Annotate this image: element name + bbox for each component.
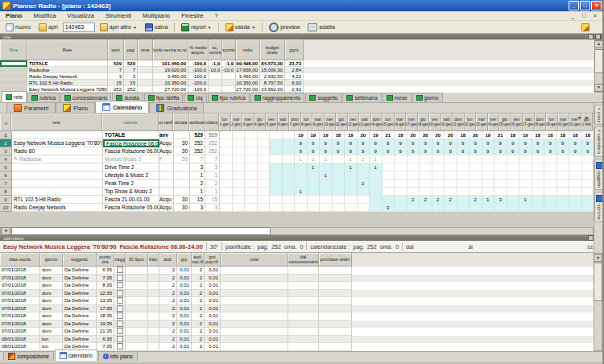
cell[interactable]: 15 — [205, 196, 220, 204]
cell[interactable]: 529 — [190, 131, 205, 139]
cell[interactable]: dom — [40, 305, 63, 313]
cell[interactable] — [221, 290, 288, 298]
day-cell[interactable] — [395, 196, 407, 204]
day-cell[interactable]: 18 — [557, 131, 570, 139]
cell[interactable]: 2 — [190, 180, 205, 188]
day-cell[interactable]: 18 — [333, 131, 345, 139]
day-cell[interactable] — [220, 196, 233, 204]
day-cell[interactable] — [283, 204, 296, 212]
cell[interactable] — [12, 180, 103, 188]
day-cell[interactable] — [258, 163, 271, 172]
day-cell[interactable] — [457, 204, 470, 212]
table-row[interactable]: 3Radio 80Fascia Rotazione 06.00-24.00Acq… — [0, 147, 593, 155]
day-cell[interactable]: 20 — [470, 131, 482, 139]
day-cell[interactable] — [482, 155, 495, 163]
cell[interactable]: 2 — [192, 328, 205, 336]
scroll-down-icon[interactable]: ▼ — [594, 84, 603, 92]
cell[interactable] — [221, 305, 288, 313]
day-cell[interactable] — [233, 172, 246, 180]
cell[interactable] — [319, 343, 352, 351]
day-cell[interactable]: 9 — [395, 139, 407, 147]
day-cell[interactable] — [245, 188, 258, 196]
day-cell[interactable] — [333, 155, 345, 163]
cell[interactable]: 0,01 — [177, 343, 192, 351]
cell[interactable]: 30 — [174, 204, 190, 212]
panel-pin-icon[interactable] — [588, 34, 594, 39]
day-cell[interactable] — [557, 196, 570, 204]
day-cell[interactable] — [295, 172, 308, 180]
filter-cell[interactable] — [0, 67, 27, 73]
cell[interactable]: 2 — [192, 312, 205, 321]
tab-rubrica[interactable]: rubrica — [27, 93, 60, 102]
day-cell[interactable] — [333, 180, 345, 188]
day-cell[interactable] — [569, 204, 582, 212]
cell[interactable]: dom — [40, 267, 63, 275]
cell[interactable] — [221, 321, 288, 329]
cell[interactable]: 18:35 — [97, 312, 114, 321]
day-cell[interactable] — [245, 180, 258, 188]
day-cell[interactable]: 2 — [407, 196, 420, 204]
cell[interactable] — [221, 328, 288, 336]
day-cell[interactable]: 9 — [557, 139, 570, 147]
day-cell[interactable] — [220, 139, 233, 147]
cell[interactable]: 30 — [174, 139, 190, 147]
cell[interactable] — [126, 312, 148, 321]
day-cell[interactable] — [383, 163, 395, 172]
day-cell[interactable] — [557, 163, 570, 172]
day-cell[interactable] — [283, 163, 296, 172]
row-number[interactable]: 7 — [0, 180, 12, 188]
day-cell[interactable] — [270, 155, 283, 163]
day-cell[interactable] — [308, 196, 321, 204]
cell[interactable]: 0,01 — [205, 290, 221, 298]
day-cell[interactable] — [432, 172, 445, 180]
day-cell[interactable] — [457, 180, 470, 188]
cell[interactable]: RTL 102.5 Hit Radio — [12, 196, 103, 204]
day-cell[interactable] — [519, 180, 532, 188]
cell[interactable]: Acqu — [159, 139, 174, 147]
day-cell[interactable] — [345, 204, 358, 212]
cell[interactable] — [159, 188, 174, 196]
day-cell[interactable] — [358, 172, 370, 180]
day-cell[interactable] — [569, 172, 582, 180]
cell[interactable]: 21:35 — [97, 328, 114, 336]
day-cell[interactable] — [507, 172, 520, 180]
day-cell[interactable]: 21 — [383, 131, 395, 139]
day-cell[interactable] — [445, 180, 457, 188]
cell[interactable] — [114, 282, 126, 290]
day-cell[interactable] — [445, 163, 457, 172]
cell[interactable] — [114, 267, 126, 275]
table-row[interactable]: 4✎RadiodueModulo Music 2F3077111121 — [0, 155, 593, 163]
day-cell[interactable] — [544, 163, 557, 172]
cell[interactable]: 2 — [159, 267, 177, 275]
day-cell[interactable] — [420, 163, 432, 172]
day-cell[interactable]: 9 — [320, 147, 333, 155]
day-cell[interactable] — [519, 155, 532, 163]
day-cell[interactable] — [233, 131, 246, 139]
day-cell[interactable] — [283, 196, 296, 204]
cell[interactable]: Modulo Music 2 — [103, 155, 159, 163]
day-cell[interactable] — [407, 180, 420, 188]
mdi-button[interactable]: □ — [580, 13, 588, 19]
table-row[interactable]: 07/01/2018domDa Definire21:3520,0120,01 — [0, 328, 594, 336]
day-cell[interactable] — [233, 163, 246, 172]
day-cell[interactable] — [432, 155, 445, 163]
cell[interactable]: 7:35 — [97, 343, 114, 351]
scroll-left-icon[interactable]: ◄ — [1, 227, 10, 235]
day-cell[interactable]: 18 — [395, 131, 407, 139]
day-cell[interactable] — [270, 172, 283, 180]
day-cell[interactable] — [233, 147, 246, 155]
day-cell[interactable] — [582, 196, 595, 204]
dock-tab-soggetto[interactable]: soggetto — [594, 159, 604, 190]
day-cell[interactable] — [482, 188, 495, 196]
cell[interactable] — [126, 275, 148, 283]
day-cell[interactable]: 9 — [308, 139, 321, 147]
day-cell[interactable]: 1 — [345, 163, 358, 172]
filter-cell[interactable] — [0, 80, 27, 86]
day-cell[interactable] — [445, 204, 457, 212]
table-row[interactable]: 7Peak Time 2222 — [0, 180, 593, 188]
cell[interactable]: 2 — [192, 343, 205, 351]
day-cell[interactable]: 19 — [370, 131, 383, 139]
omaggio-checkbox[interactable] — [117, 305, 123, 312]
cell[interactable] — [288, 282, 319, 290]
cell[interactable]: Lifestyle & Music 2 — [103, 172, 159, 180]
